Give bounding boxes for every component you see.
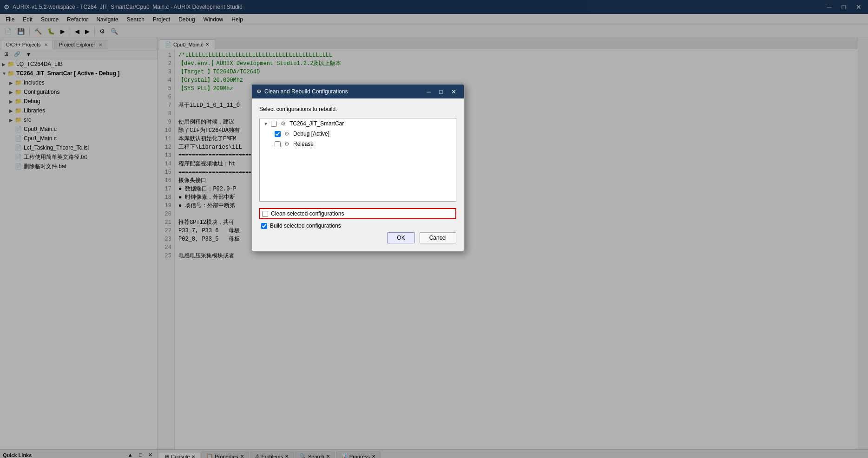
clean-rebuild-dialog: ⚙ Clean and Rebuild Configurations ─ □ ✕… [251, 84, 465, 252]
modal-prompt: Select configurations to rebuild. [259, 106, 456, 112]
debug-gear-icon: ⚙ [284, 131, 289, 137]
modal-window-buttons: ─ □ ✕ [424, 87, 459, 96]
modal-buttons: OK Cancel [259, 232, 456, 243]
modal-titlebar: ⚙ Clean and Rebuild Configurations ─ □ ✕ [252, 85, 464, 98]
release-gear-icon: ⚙ [284, 141, 289, 147]
modal-title-text: Clean and Rebuild Configurations [264, 88, 348, 95]
modal-tree-debug[interactable]: ⚙ Debug [Active] [260, 129, 456, 139]
modal-cancel-button[interactable]: Cancel [420, 232, 456, 243]
root-gear-icon: ⚙ [281, 120, 286, 127]
clean-selected-label: Clean selected configurations [271, 210, 344, 217]
modal-ok-button[interactable]: OK [387, 232, 414, 243]
modal-overlay: ⚙ Clean and Rebuild Configurations ─ □ ✕… [0, 0, 868, 458]
build-selected-checkbox-row: Build selected configurations [259, 220, 456, 231]
modal-release-checkbox[interactable] [275, 141, 281, 147]
modal-tree-root[interactable]: ▼ ⚙ TC264_JIT_SmartCar [260, 118, 456, 129]
build-selected-label: Build selected configurations [270, 222, 341, 229]
clean-selected-checkbox-row: Clean selected configurations [259, 208, 456, 219]
modal-icon: ⚙ [256, 88, 262, 95]
modal-tree-root-label: TC264_JIT_SmartCar [289, 120, 344, 127]
modal-title-area: ⚙ Clean and Rebuild Configurations [256, 88, 348, 95]
modal-maximize-button[interactable]: □ [436, 87, 446, 96]
tree-expand-root[interactable]: ▼ [263, 121, 268, 126]
clean-selected-checkbox[interactable] [262, 211, 268, 217]
tree-root-checkbox[interactable] [271, 121, 277, 127]
modal-tree-release-label: Release [293, 141, 314, 147]
modal-config-tree: ▼ ⚙ TC264_JIT_SmartCar ⚙ Debug [Active] … [259, 118, 456, 202]
modal-minimize-button[interactable]: ─ [424, 87, 434, 96]
build-selected-checkbox[interactable] [261, 223, 267, 229]
modal-debug-checkbox[interactable] [275, 131, 281, 137]
modal-body: Select configurations to rebuild. ▼ ⚙ TC… [252, 98, 464, 251]
modal-close-button[interactable]: ✕ [448, 87, 459, 96]
modal-tree-release[interactable]: ⚙ Release [260, 139, 456, 149]
modal-tree-debug-label: Debug [Active] [293, 131, 329, 137]
